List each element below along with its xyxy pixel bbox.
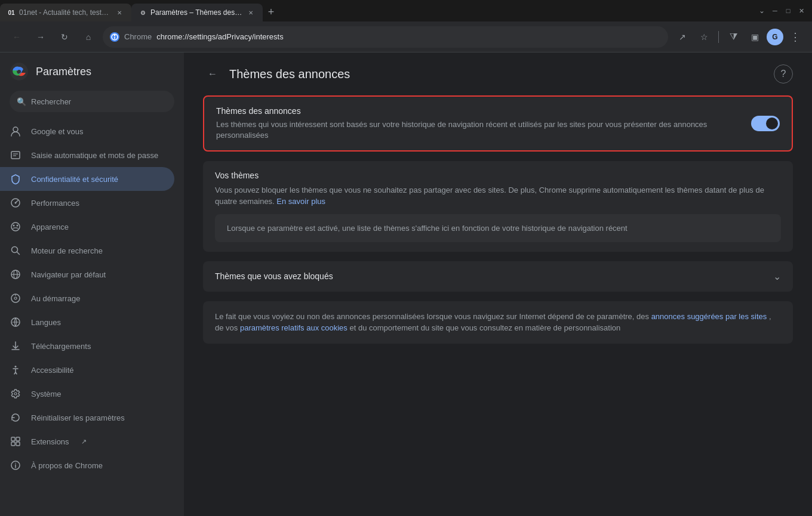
sidebar-item-system[interactable]: Système	[0, 382, 174, 406]
tab-search-button[interactable]: ⌄	[756, 5, 768, 17]
svg-point-13	[17, 225, 19, 227]
toggle-thumb	[766, 118, 778, 129]
tab-bar: 01 01net - Actualité tech, tests pro... …	[0, 0, 751, 21]
svg-rect-27	[16, 437, 20, 441]
system-icon	[10, 388, 21, 400]
toggle-track[interactable]	[751, 116, 780, 131]
cookies-settings-link[interactable]: paramètres relatifs aux cookies	[240, 323, 347, 332]
close-button[interactable]: ✕	[795, 5, 807, 17]
sidebar-item-search[interactable]: Moteur de recherche	[0, 239, 174, 262]
themes-toggle-title: Thèmes des annonces	[216, 106, 742, 116]
tab-settings[interactable]: ⚙ Paramètres – Thèmes des annon... ✕	[131, 4, 263, 21]
tab-title-01net: 01net - Actualité tech, tests pro...	[19, 8, 111, 17]
sidebar-item-label-privacy: Confidentialité et sécurité	[31, 175, 118, 184]
suggested-ads-link[interactable]: annonces suggérées par les sites	[651, 312, 767, 321]
sidebar-item-google[interactable]: Google et vous	[0, 119, 174, 143]
minimize-button[interactable]: ─	[769, 5, 781, 17]
browser-icon	[10, 268, 21, 280]
sidebar: Paramètres 🔍 Rechercher Google et vous	[0, 52, 184, 516]
reset-icon	[10, 412, 21, 424]
themes-toggle[interactable]	[751, 116, 780, 131]
themes-toggle-content: Thèmes des annonces Les thèmes qui vous …	[216, 106, 742, 141]
tab-title-settings: Paramètres – Thèmes des annon...	[150, 8, 242, 17]
external-link-icon: ↗	[81, 438, 87, 446]
chevron-down-icon: ⌄	[773, 271, 781, 282]
sidebar-item-performance[interactable]: Performances	[0, 191, 174, 215]
new-tab-button[interactable]: +	[263, 4, 279, 20]
maximize-button[interactable]: □	[782, 5, 794, 17]
sidebar-item-label-autofill: Saisie automatique et mots de passe	[31, 151, 158, 160]
downloads-icon	[10, 340, 21, 352]
sidebar-title: Paramètres	[36, 66, 91, 78]
share-button[interactable]: ↗	[673, 27, 692, 47]
content-header: ← Thèmes des annonces ?	[203, 64, 793, 84]
bottom-info-text: Le fait que vous voyiez ou non des annon…	[203, 301, 793, 344]
sidebar-item-label-system: Système	[31, 390, 61, 398]
svg-point-24	[15, 366, 17, 367]
tab-favicon-settings: ⚙	[139, 8, 147, 17]
sidebar-item-appearance[interactable]: Apparence	[0, 215, 174, 239]
svg-rect-6	[11, 152, 20, 159]
reload-button[interactable]: ↻	[55, 27, 74, 47]
accessibility-icon	[10, 364, 21, 376]
extensions-icon	[10, 435, 21, 447]
bottom-info-card: Le fait que vous voyiez ou non des annon…	[203, 301, 793, 344]
sidebar-item-downloads[interactable]: Téléchargements	[0, 334, 174, 358]
chrome-label: Chrome	[124, 32, 152, 41]
tab-close-settings[interactable]: ✕	[246, 8, 256, 17]
svg-point-25	[14, 393, 17, 395]
profile-button[interactable]: G	[767, 29, 783, 45]
window-controls: ⌄ ─ □ ✕	[751, 0, 812, 21]
svg-point-5	[13, 127, 18, 132]
sidebar-item-about[interactable]: À propos de Chrome	[0, 453, 174, 477]
svg-point-10	[15, 202, 17, 204]
sidebar-item-startup[interactable]: Au démarrage	[0, 286, 174, 310]
tab-close-01net[interactable]: ✕	[115, 8, 124, 17]
blocked-themes-title: Thèmes que vous avez bloqués	[215, 271, 333, 281]
forward-button[interactable]: →	[31, 27, 50, 47]
svg-line-15	[17, 252, 20, 255]
sidebar-item-label-extensions: Extensions	[31, 437, 69, 446]
sidebar-button[interactable]: ▣	[745, 27, 764, 47]
sidebar-item-label-reset: Réinitialiser les paramètres	[31, 413, 125, 422]
sidebar-item-autofill[interactable]: Saisie automatique et mots de passe	[0, 143, 174, 167]
sidebar-item-label-performance: Performances	[31, 199, 79, 208]
search-placeholder: Rechercher	[31, 97, 71, 106]
vos-themes-title: Vos thèmes	[215, 171, 781, 180]
sidebar-item-label-appearance: Apparence	[31, 223, 69, 231]
tab-01net[interactable]: 01 01net - Actualité tech, tests pro... …	[0, 4, 131, 21]
sidebar-item-privacy[interactable]: Confidentialité et sécurité	[0, 167, 174, 191]
address-bar[interactable]: Chrome chrome://settings/adPrivacy/inter…	[103, 26, 668, 48]
svg-point-12	[13, 225, 15, 227]
search-icon: 🔍	[17, 97, 26, 106]
sidebar-item-label-browser: Navigateur par défaut	[31, 270, 106, 279]
sidebar-item-languages[interactable]: Langues	[0, 310, 174, 334]
sidebar-item-label-about: À propos de Chrome	[31, 461, 103, 470]
svg-point-11	[11, 223, 20, 231]
page-back-button[interactable]: ←	[203, 64, 222, 84]
svg-point-4	[17, 70, 21, 73]
help-button[interactable]: ?	[774, 64, 793, 84]
sidebar-search[interactable]: 🔍 Rechercher	[10, 91, 174, 112]
sidebar-item-accessibility[interactable]: Accessibilité	[0, 358, 174, 382]
sidebar-item-reset[interactable]: Réinitialiser les paramètres	[0, 406, 174, 430]
startup-icon	[10, 292, 21, 304]
blocked-themes-card: Thèmes que vous avez bloqués ⌄	[203, 261, 793, 292]
content-header-left: ← Thèmes des annonces	[203, 64, 350, 84]
menu-button[interactable]: ⋮	[786, 27, 805, 47]
address-favicon	[110, 32, 119, 42]
sidebar-item-browser[interactable]: Navigateur par défaut	[0, 262, 174, 286]
learn-more-link[interactable]: En savoir plus	[276, 197, 325, 206]
sidebar-item-label-downloads: Téléchargements	[31, 342, 91, 351]
extension-button[interactable]: ⧩	[724, 27, 743, 47]
tab-favicon-01net: 01	[7, 8, 16, 17]
bookmark-button[interactable]: ☆	[694, 27, 713, 47]
back-button[interactable]: ←	[7, 27, 26, 47]
svg-rect-28	[11, 442, 15, 446]
sidebar-item-label-search: Moteur de recherche	[31, 246, 103, 255]
sidebar-item-extensions[interactable]: Extensions ↗	[0, 430, 174, 453]
bottom-text-part3: et du comportement du site que vous cons…	[349, 323, 620, 332]
home-button[interactable]: ⌂	[79, 27, 98, 47]
bottom-text-part1: Le fait que vous voyiez ou non des annon…	[215, 312, 651, 321]
blocked-themes-header[interactable]: Thèmes que vous avez bloqués ⌄	[203, 261, 793, 292]
